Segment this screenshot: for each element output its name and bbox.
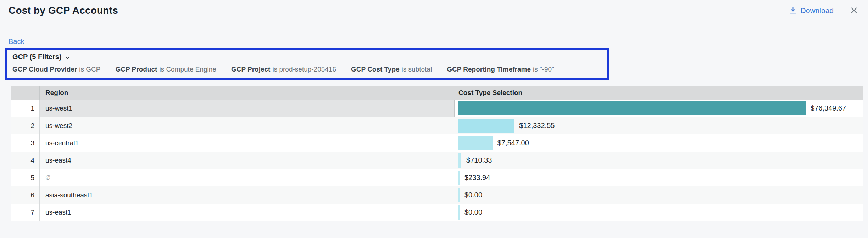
filter-name: GCP Reporting Timeframe <box>447 66 531 73</box>
filter-item: GCP Projectis prod-setup-205416 <box>231 66 336 73</box>
panel-header: Cost by GCP Accounts Download <box>0 0 868 16</box>
cost-bar[interactable] <box>458 205 460 220</box>
row-number-column-header <box>11 86 40 100</box>
cost-bar[interactable] <box>458 136 493 150</box>
download-label: Download <box>801 6 834 15</box>
cost-cell: $12,332.55 <box>455 117 863 134</box>
download-icon <box>789 6 797 15</box>
row-number: 4 <box>11 152 40 169</box>
cost-cell: $7,547.00 <box>455 134 863 152</box>
cost-bar[interactable] <box>458 153 461 168</box>
filter-condition: is prod-setup-205416 <box>272 66 336 73</box>
page-title: Cost by GCP Accounts <box>9 5 118 16</box>
filter-list: GCP Cloud Provideris GCP GCP Productis C… <box>12 66 601 73</box>
close-icon <box>849 6 859 15</box>
header-actions: Download <box>789 6 859 15</box>
cost-value: $7,547.00 <box>497 139 529 147</box>
table-row[interactable]: 6 asia-southeast1 $0.00 <box>11 186 863 204</box>
filter-name: GCP Product <box>115 66 157 73</box>
cost-table: Region Cost Type Selection 1 us-west1 $7… <box>11 86 863 221</box>
region-cell[interactable]: us-east1 <box>40 204 455 221</box>
region-cell[interactable]: us-west1 <box>40 100 455 117</box>
back-link[interactable]: Back <box>9 38 24 46</box>
cost-value: $0.00 <box>464 208 482 216</box>
filter-name: GCP Cost Type <box>351 66 400 73</box>
region-cell[interactable]: ∅ <box>40 169 455 186</box>
cost-cell: $76,349.67 <box>455 100 863 117</box>
cost-cell: $0.00 <box>455 186 863 204</box>
row-number: 3 <box>11 134 40 152</box>
filter-condition: is GCP <box>79 66 100 73</box>
region-cell[interactable]: us-central1 <box>40 134 455 152</box>
download-button[interactable]: Download <box>789 6 834 15</box>
cost-value: $12,332.55 <box>519 121 555 130</box>
filters-dropdown-label: GCP (5 Filters) <box>12 53 62 61</box>
table-row[interactable]: 2 us-west2 $12,332.55 <box>11 117 863 134</box>
table-header-row: Region Cost Type Selection <box>11 86 863 100</box>
table-body: 1 us-west1 $76,349.67 2 us-west2 $12,332… <box>11 100 863 221</box>
cost-bar[interactable] <box>458 188 460 202</box>
filter-condition: is subtotal <box>402 66 432 73</box>
cost-cell: $233.94 <box>455 169 863 186</box>
filter-condition: is Compute Engine <box>159 66 216 73</box>
cost-value: $0.00 <box>464 191 482 199</box>
cost-cell: $0.00 <box>455 204 863 221</box>
row-number: 2 <box>11 117 40 134</box>
table-row[interactable]: 4 us-east4 $710.33 <box>11 152 863 169</box>
filter-condition: is "-90" <box>533 66 554 73</box>
row-number: 5 <box>11 169 40 186</box>
cost-bar[interactable] <box>458 101 806 115</box>
region-column-header: Region <box>40 86 455 100</box>
filter-name: GCP Cloud Provider <box>12 66 77 73</box>
table-row[interactable]: 5 ∅ $233.94 <box>11 169 863 186</box>
filter-item: GCP Reporting Timeframeis "-90" <box>447 66 554 73</box>
cost-value: $233.94 <box>464 174 490 182</box>
table-row[interactable]: 1 us-west1 $76,349.67 <box>11 100 863 117</box>
table-row[interactable]: 3 us-central1 $7,547.00 <box>11 134 863 152</box>
close-button[interactable] <box>849 6 859 15</box>
region-cell[interactable]: us-west2 <box>40 117 455 134</box>
cost-bar[interactable] <box>458 171 460 185</box>
filter-panel: GCP (5 Filters) GCP Cloud Provideris GCP… <box>5 48 609 80</box>
region-cell[interactable]: asia-southeast1 <box>40 186 455 204</box>
region-cell[interactable]: us-east4 <box>40 152 455 169</box>
cost-column-header: Cost Type Selection <box>455 89 863 97</box>
filter-name: GCP Project <box>231 66 271 73</box>
row-number: 6 <box>11 186 40 204</box>
filter-item: GCP Productis Compute Engine <box>115 66 216 73</box>
row-number: 1 <box>11 100 40 117</box>
row-number: 7 <box>11 204 40 221</box>
filters-dropdown[interactable]: GCP (5 Filters) <box>12 53 601 61</box>
cost-value: $76,349.67 <box>811 104 846 112</box>
table-row[interactable]: 7 us-east1 $0.00 <box>11 204 863 221</box>
cost-cell: $710.33 <box>455 152 863 169</box>
cost-value: $710.33 <box>466 156 492 164</box>
chevron-down-icon <box>65 55 71 61</box>
filter-item: GCP Cloud Provideris GCP <box>12 66 100 73</box>
filter-item: GCP Cost Typeis subtotal <box>351 66 432 73</box>
cost-bar[interactable] <box>458 119 514 133</box>
